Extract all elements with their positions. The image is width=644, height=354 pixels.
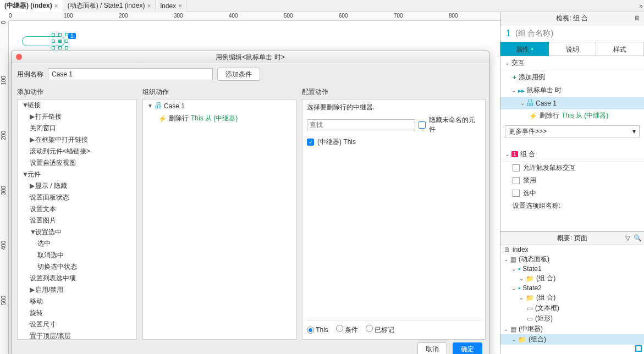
outline-item-label: (中继器) xyxy=(519,324,543,334)
hide-unnamed-label: 隐藏未命名的元件 xyxy=(429,115,481,134)
outline-title: 概要: 页面 ▽🔍 xyxy=(500,232,644,245)
tab-dynpanel-state1[interactable]: (动态面板) / State1 (index)× xyxy=(63,0,156,12)
checkbox-icon[interactable] xyxy=(513,164,520,172)
opt-disabled[interactable]: 禁用 xyxy=(500,174,644,187)
tabs-scroll-icon[interactable]: » xyxy=(639,2,643,10)
radio-this[interactable]: This xyxy=(307,326,328,334)
widget-search-input[interactable] xyxy=(307,119,415,130)
document-tabs: (中继器) (index)× (动态面板) / State1 (index)× … xyxy=(0,0,644,12)
group-badge-icon: 1 xyxy=(511,151,518,157)
outline-item-label: (文本框) xyxy=(535,303,559,313)
radio-condition[interactable]: 条件 xyxy=(336,325,358,335)
cancel-button[interactable]: 取消 xyxy=(417,342,447,354)
outline-item-label: State1 xyxy=(522,265,542,273)
dyn-icon: ▦ xyxy=(510,256,516,263)
outline-item-label: (动态面板) xyxy=(519,255,549,264)
outline-item[interactable]: 🗎index xyxy=(500,245,644,254)
caret-icon: ⌄ xyxy=(519,295,524,301)
action-library[interactable]: ▼链接 ▶打开链接 关闭窗口 ▶在框架中打开链接 滚动到元件<锚链接> 设置自适… xyxy=(17,99,137,340)
hide-unnamed-checkbox[interactable] xyxy=(419,121,426,129)
case-name-input[interactable] xyxy=(48,68,213,80)
outline-tree[interactable]: 🗎index⌄▦(动态面板)⌄▪State1⌄📁(组 合)⌄▪State2⌄📁(… xyxy=(500,245,644,345)
folder-icon: 📁 xyxy=(526,275,534,283)
widget-name[interactable]: (组 合名称) xyxy=(515,29,553,38)
outline-item-label: (组 合) xyxy=(536,274,555,283)
state-icon: ▪ xyxy=(518,265,520,273)
outline-item[interactable]: ⌄📁(组 合) xyxy=(500,273,644,284)
outline-item-label: index xyxy=(513,246,529,253)
add-case-link[interactable]: +添加用例 xyxy=(500,70,644,84)
tab-index[interactable]: index× xyxy=(156,0,187,12)
close-icon[interactable]: × xyxy=(147,2,151,10)
state-icon: ▪ xyxy=(518,284,520,292)
inspector-panel: 检视: 组 合 🗎 1 (组 合名称) 属性 • 说明 样式 ⌄交互 +添加用例… xyxy=(500,12,644,232)
case-action-tree[interactable]: ▼ 品 Case 1 ⚡ 删除行 This 从 (中继器) xyxy=(142,99,296,340)
outline-item[interactable]: ▭(文本框) xyxy=(500,303,644,313)
locate-icon[interactable] xyxy=(635,345,642,352)
delete-mode-radios: This 条件 已标记 xyxy=(307,320,481,335)
bolt-icon: ⚡ xyxy=(158,115,167,123)
action-row[interactable]: ⚡ 删除行 This 从 (中继器) xyxy=(143,112,296,125)
ruler-vertical: 0100200300400500 xyxy=(0,21,9,354)
checkbox-checked-icon[interactable]: ✓ xyxy=(307,139,314,146)
case-editor-dialog: 用例编辑<鼠标单击 时> 用例名称 添加条件 添加动作 ▼链接 ▶打 xyxy=(11,51,489,354)
tab-properties[interactable]: 属性 • xyxy=(500,42,549,56)
case-row[interactable]: ▼ 品 Case 1 xyxy=(143,99,296,112)
folder-icon: 📁 xyxy=(518,336,526,344)
rect-icon: ▭ xyxy=(527,315,533,323)
section-group[interactable]: ⌄1组 合 xyxy=(500,147,644,162)
rep-icon: ▦ xyxy=(510,325,516,333)
opt-selection-group-label: 设置选项组名称: xyxy=(500,200,644,212)
folder-icon: 📁 xyxy=(526,294,534,302)
case-name-label: 用例名称 xyxy=(17,70,43,79)
inspector-title: 检视: 组 合 🗎 xyxy=(500,12,644,25)
dialog-titlebar[interactable]: 用例编辑<鼠标单击 时> xyxy=(12,51,489,63)
close-window-icon[interactable] xyxy=(16,54,22,60)
checkbox-icon[interactable] xyxy=(513,177,520,184)
outline-panel: 概要: 页面 ▽🔍 🗎index⌄▦(动态面板)⌄▪State1⌄📁(组 合)⌄… xyxy=(500,232,644,354)
opt-selected[interactable]: 选中 xyxy=(500,187,644,200)
target-widget-row[interactable]: ✓ (中继器) This xyxy=(302,134,485,150)
page-icon: 🗎 xyxy=(504,246,510,253)
outline-item-label: State2 xyxy=(522,284,542,292)
caret-icon: ⌄ xyxy=(519,275,524,281)
interaction-badge[interactable]: 1 xyxy=(68,33,76,39)
outline-item[interactable]: ⌄▦(动态面板) xyxy=(500,254,644,264)
event-row[interactable]: ⌄▸▸鼠标单击 时 xyxy=(500,84,644,97)
canvas-area: 0100200300400500600700800 01002003004005… xyxy=(0,12,500,354)
filter-icon[interactable]: ▽ xyxy=(625,234,630,242)
tab-style[interactable]: 样式 xyxy=(596,42,644,56)
ruler-horizontal: 0100200300400500600700800 xyxy=(9,12,500,21)
rect-icon: ▭ xyxy=(527,305,533,312)
caret-icon: ⌄ xyxy=(511,336,516,342)
ok-button[interactable]: 确定 xyxy=(453,342,482,354)
add-condition-button[interactable]: 添加条件 xyxy=(217,68,260,81)
outline-item[interactable]: ⌄▪State1 xyxy=(500,264,644,273)
section-interactions[interactable]: ⌄交互 xyxy=(500,56,644,70)
right-panels: 检视: 组 合 🗎 1 (组 合名称) 属性 • 说明 样式 ⌄交互 +添加用例… xyxy=(500,12,644,354)
close-icon[interactable]: × xyxy=(54,2,58,10)
outline-item[interactable]: ⌄▦(中继器) xyxy=(500,324,644,334)
caret-icon: ⌄ xyxy=(511,266,516,272)
close-icon[interactable]: × xyxy=(178,2,182,10)
opt-trigger-mouse[interactable]: 允许触发鼠标交互 xyxy=(500,162,644,174)
configure-panel: 选择要删除行的中继器. 隐藏未命名的元件 ✓ (中继器) This xyxy=(302,99,486,340)
tab-notes[interactable]: 说明 xyxy=(549,42,597,56)
notes-icon[interactable]: 🗎 xyxy=(634,14,641,22)
more-events-dropdown[interactable]: 更多事件>>>▾ xyxy=(505,125,640,137)
selection-handles[interactable] xyxy=(52,33,68,49)
radio-marked[interactable]: 已标记 xyxy=(366,325,394,335)
outline-item[interactable]: ▭(矩形) xyxy=(500,313,644,324)
search-icon[interactable]: 🔍 xyxy=(634,234,642,242)
caret-icon: ⌄ xyxy=(504,326,508,332)
outline-item[interactable]: ⌄▪State2 xyxy=(500,284,644,292)
case-row[interactable]: ⌄品Case 1 xyxy=(500,97,644,109)
outline-item[interactable]: ⌄📁(组合) xyxy=(500,334,644,345)
outline-item[interactable]: ⌄📁(组 合) xyxy=(500,292,644,303)
inspector-tabs: 属性 • 说明 样式 xyxy=(500,42,644,56)
action-row[interactable]: ⚡删除行 This 从 (中继器) xyxy=(500,109,644,122)
add-action-header: 添加动作 xyxy=(17,85,137,99)
outline-item-label: (组合) xyxy=(529,335,546,344)
tab-repeater-index[interactable]: (中继器) (index)× xyxy=(0,0,63,12)
checkbox-icon[interactable] xyxy=(513,190,520,197)
